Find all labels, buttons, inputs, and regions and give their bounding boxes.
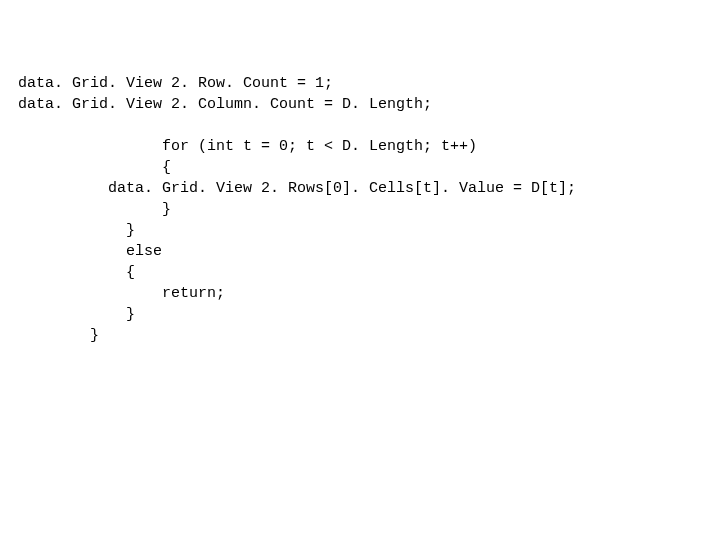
code-block: data. Grid. View 2. Row. Count = 1; data…: [0, 0, 720, 346]
code-line: data. Grid. View 2. Row. Count = 1;: [18, 75, 333, 92]
code-line: }: [18, 222, 135, 239]
code-line: data. Grid. View 2. Column. Count = D. L…: [18, 96, 432, 113]
code-line: data. Grid. View 2. Rows[0]. Cells[t]. V…: [18, 180, 576, 197]
code-line: }: [18, 201, 171, 218]
code-line: else: [18, 243, 162, 260]
code-line: {: [18, 159, 171, 176]
code-line: for (int t = 0; t < D. Length; t++): [18, 138, 477, 155]
code-line: }: [18, 306, 135, 323]
code-line: }: [18, 327, 99, 344]
code-line: return;: [18, 285, 225, 302]
code-line: {: [18, 264, 135, 281]
